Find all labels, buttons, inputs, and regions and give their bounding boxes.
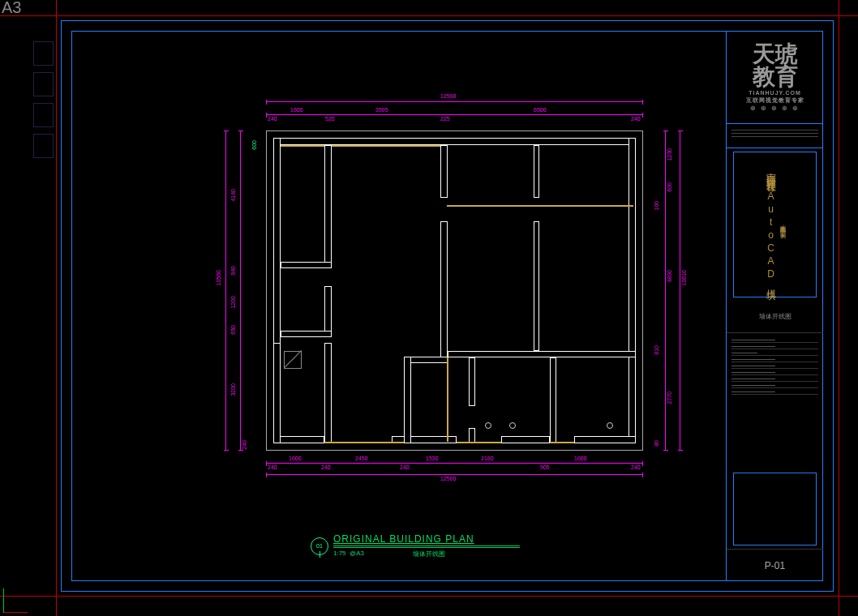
- threshold-2: [457, 442, 501, 443]
- yellow-top-1: [281, 145, 324, 147]
- wall-int-entry: [324, 343, 332, 443]
- binding-marks: [33, 41, 54, 165]
- wall-int-3b: [534, 221, 539, 351]
- dim-b9: 1600: [574, 456, 587, 461]
- dim-r3: 100: [654, 201, 659, 211]
- dim-l2: 940: [230, 266, 236, 276]
- wall-int-2b: [440, 221, 448, 363]
- dim-r2: 600: [667, 182, 672, 192]
- threshold-1: [324, 442, 404, 443]
- dim-t5: 225: [440, 116, 450, 122]
- dim-left-seg: [240, 130, 241, 451]
- wall-int-1d: [281, 331, 332, 337]
- course-title-2: AutoCAD模块: [766, 190, 777, 284]
- corner-box: [284, 351, 302, 369]
- dim-t1: 240: [268, 116, 277, 122]
- wall-bot-1: [273, 436, 324, 443]
- wall-int-2d: [404, 357, 411, 443]
- logo-tagline: 互联网视觉教育专家: [746, 97, 804, 103]
- dim-l5: 3200: [230, 383, 236, 396]
- drawing-area[interactable]: 12560 240 1600 520 3595 225 6500 240 125…: [71, 31, 725, 581]
- dim-b10: 240: [631, 464, 641, 470]
- yellow-top-2: [332, 145, 440, 147]
- plan-number: 01: [316, 543, 323, 549]
- dim-t6: 6500: [534, 107, 547, 113]
- dim-t4: 3595: [375, 107, 388, 113]
- dim-r5: 810: [654, 345, 659, 355]
- dim-t2: 1600: [290, 107, 303, 113]
- dim-b2: 1600: [289, 456, 302, 461]
- dim-bot-seg-line: [266, 463, 643, 464]
- dim-t3: 520: [325, 116, 335, 122]
- wall-top: [273, 138, 636, 145]
- wall-int-1: [324, 145, 332, 267]
- fixture-1: [485, 422, 491, 429]
- dim-top-overall-label: 12560: [440, 93, 456, 99]
- dim-r7: 80: [654, 440, 659, 447]
- wall-int-1b: [281, 262, 332, 268]
- threshold-4: [447, 357, 448, 442]
- fixture-3: [607, 422, 613, 429]
- wall-int-1c: [324, 286, 332, 335]
- dim-l4: 650: [230, 325, 236, 335]
- course-subtitle: 室内施工图·案例一: [779, 220, 787, 229]
- dim-b5: 240: [400, 464, 410, 470]
- meta-lines: [727, 124, 823, 148]
- dim-green-1: 600: [251, 140, 257, 150]
- threshold-3: [550, 442, 574, 443]
- fixture-2: [509, 422, 516, 429]
- guide-line-right: [839, 0, 839, 616]
- dim-b1: 240: [268, 464, 277, 470]
- logo-text-2: 教育: [753, 66, 798, 88]
- drawing-name: 墙体开线图: [727, 301, 823, 333]
- dim-b8: 905: [540, 464, 550, 470]
- paper-size-label: A3: [2, 0, 21, 17]
- outer-wall-boundary: [266, 130, 643, 451]
- wall-bot-left-stub: [273, 343, 281, 443]
- dim-top-overall: [266, 101, 643, 102]
- wall-int-mid-h: [448, 351, 636, 357]
- dim-l6: 240: [242, 440, 247, 450]
- plan-title: 01 ORIGINAL BUILDING PLAN 1:75 @A3 墙体开线图: [311, 533, 520, 558]
- dim-left-overall-label: 10560: [216, 270, 221, 285]
- dim-right-overall: [680, 130, 680, 451]
- field-lines: [727, 333, 823, 469]
- wall-int-5: [550, 357, 556, 443]
- dim-l1: 4140: [230, 189, 236, 202]
- guide-line-bottom: [0, 596, 858, 597]
- wall-right: [628, 138, 636, 443]
- floor-plan: 12560 240 1600 520 3595 225 6500 240 125…: [234, 108, 671, 473]
- stamp-box: [733, 473, 817, 545]
- guide-line-top: [0, 15, 858, 16]
- wall-int-4: [469, 357, 475, 406]
- dim-top-seg-line: [266, 114, 643, 115]
- logo-text-1: 天琥: [753, 43, 798, 66]
- dim-bot-overall-label: 12560: [440, 476, 456, 481]
- wall-bot-4: [574, 436, 636, 443]
- course-title-1: 室内设计软件课程: [766, 165, 777, 178]
- dim-b6: 1530: [426, 456, 439, 461]
- drawing-frame: 天琥 教育 TIANHUJY.COM 互联网视觉教育专家 ⊕ ⊕ ⊕ ⊕ ⊕ 室…: [61, 20, 834, 592]
- ucs-icon: [2, 582, 34, 614]
- plan-number-circle: 01: [311, 537, 328, 555]
- dim-b4: 2450: [355, 456, 368, 461]
- dim-right-overall-label: 10610: [681, 270, 687, 285]
- wall-bot-3: [501, 436, 550, 443]
- wall-int-2: [440, 145, 448, 198]
- dim-left-overall: [225, 130, 226, 451]
- dim-b7: 2180: [481, 456, 494, 461]
- guide-line-left: [56, 0, 57, 616]
- plan-title-english: ORIGINAL BUILDING PLAN: [333, 533, 520, 546]
- title-block: 天琥 教育 TIANHUJY.COM 互联网视觉教育专家 ⊕ ⊕ ⊕ ⊕ ⊕ 室…: [726, 31, 823, 581]
- dim-l3: 1200: [230, 296, 236, 309]
- plan-title-chinese: 墙体开线图: [413, 550, 445, 558]
- page-number: P-01: [727, 549, 823, 581]
- logo-icons: ⊕ ⊕ ⊕ ⊕ ⊕: [750, 105, 800, 112]
- dim-r4: 4800: [667, 270, 672, 283]
- logo-block: 天琥 教育 TIANHUJY.COM 互联网视觉教育专家 ⊕ ⊕ ⊕ ⊕ ⊕: [727, 31, 823, 124]
- dim-bot-overall: [266, 474, 643, 475]
- dim-r1: 1230: [667, 148, 672, 161]
- dim-b3: 240: [321, 464, 331, 470]
- dim-r6: 2770: [667, 391, 672, 404]
- dim-t7: 240: [631, 116, 641, 122]
